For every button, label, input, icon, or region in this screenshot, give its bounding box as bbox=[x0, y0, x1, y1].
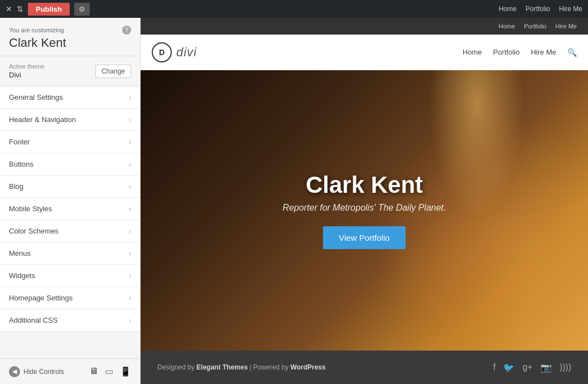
facebook-icon[interactable]: f bbox=[493, 362, 495, 373]
customizing-label: You are customizing ? bbox=[9, 26, 131, 35]
gear-button[interactable]: ⚙ bbox=[74, 3, 90, 16]
chevron-right-icon-6: › bbox=[129, 227, 131, 235]
admin-hireme-link[interactable]: Hire Me bbox=[559, 5, 582, 13]
menu-item-label-5: Mobile Styles bbox=[9, 205, 52, 213]
logo-text: divi bbox=[176, 45, 197, 60]
sidebar-menu-item-5[interactable]: Mobile Styles › bbox=[0, 198, 140, 220]
topbar-hireme-link[interactable]: Hire Me bbox=[555, 23, 577, 30]
site-nav: Home Portfolio Hire Me 🔍 bbox=[462, 48, 577, 57]
topbar-home-link[interactable]: Home bbox=[499, 23, 515, 30]
hide-controls-arrow-icon: ◀ bbox=[9, 366, 20, 377]
theme-info: Active theme Divi bbox=[9, 63, 45, 79]
chevron-right-icon-8: › bbox=[129, 272, 131, 280]
sidebar-menu-item-0[interactable]: General Settings › bbox=[0, 86, 140, 109]
admin-portfolio-link[interactable]: Portfolio bbox=[526, 5, 550, 13]
hero-content: Clark Kent Reporter for Metropolis' The … bbox=[141, 70, 588, 351]
site-home-link[interactable]: Home bbox=[462, 48, 482, 56]
hero-section: Clark Kent Reporter for Metropolis' The … bbox=[141, 70, 588, 351]
chevron-right-icon-0: › bbox=[129, 94, 131, 101]
chevron-right-icon-9: › bbox=[129, 294, 131, 302]
sidebar-menu: General Settings › Header & Navigation ›… bbox=[0, 86, 140, 358]
search-icon[interactable]: 🔍 bbox=[567, 48, 577, 57]
menu-item-label-9: Homepage Settings bbox=[9, 294, 73, 302]
sidebar-menu-item-2[interactable]: Footer › bbox=[0, 131, 140, 153]
site-logo: D divi bbox=[152, 42, 197, 62]
site-topbar: Home Portfolio Hire Me bbox=[141, 18, 588, 35]
elegant-themes-link[interactable]: Elegant Themes bbox=[196, 363, 248, 371]
menu-item-label-8: Widgets bbox=[9, 271, 35, 280]
hide-controls[interactable]: ◀ Hide Controls bbox=[9, 366, 64, 377]
sidebar-menu-item-4[interactable]: Blog › bbox=[0, 176, 140, 198]
change-theme-button[interactable]: Change bbox=[95, 65, 131, 78]
sidebar-menu-item-6[interactable]: Color Schemes › bbox=[0, 220, 140, 242]
rss-icon[interactable]: )))) bbox=[560, 362, 571, 373]
preview-controls: 🖥 ▭ 📱 bbox=[89, 366, 131, 377]
help-icon[interactable]: ? bbox=[122, 26, 131, 35]
chevron-right-icon-1: › bbox=[129, 116, 131, 124]
menu-item-label-7: Menus bbox=[9, 249, 31, 257]
admin-home-link[interactable]: Home bbox=[499, 5, 517, 13]
admin-bar-left: ✕ ⇅ Publish ⚙ bbox=[6, 3, 90, 16]
menu-item-label-10: Additional CSS bbox=[9, 316, 57, 324]
chevron-right-icon-3: › bbox=[129, 161, 131, 168]
twitter-icon[interactable]: 🐦 bbox=[503, 362, 514, 373]
chevron-right-icon-10: › bbox=[129, 317, 131, 324]
preview-area: Home Portfolio Hire Me D divi Home Portf… bbox=[141, 18, 588, 384]
footer-social: f 🐦 g+ 📷 )))) bbox=[493, 362, 571, 373]
sidebar-menu-item-8[interactable]: Widgets › bbox=[0, 265, 140, 287]
menu-item-label-0: General Settings bbox=[9, 93, 63, 101]
sidebar-menu-item-1[interactable]: Header & Navigation › bbox=[0, 109, 140, 131]
site-portfolio-link[interactable]: Portfolio bbox=[493, 48, 520, 56]
logo-circle: D bbox=[152, 42, 172, 62]
menu-item-label-6: Color Schemes bbox=[9, 227, 59, 235]
sidebar: You are customizing ? Clark Kent Active … bbox=[0, 18, 141, 384]
site-name: Clark Kent bbox=[9, 36, 131, 50]
sidebar-menu-item-7[interactable]: Menus › bbox=[0, 242, 140, 265]
sidebar-menu-item-3[interactable]: Buttons › bbox=[0, 153, 140, 176]
view-portfolio-button[interactable]: View Portfolio bbox=[323, 226, 405, 249]
hide-controls-label: Hide Controls bbox=[23, 368, 64, 376]
hero-title: Clark Kent bbox=[306, 172, 423, 198]
menu-item-label-1: Header & Navigation bbox=[9, 115, 76, 124]
tablet-preview-icon[interactable]: ▭ bbox=[105, 366, 113, 377]
close-button[interactable]: ✕ bbox=[6, 4, 12, 13]
menu-item-label-4: Blog bbox=[9, 182, 23, 191]
admin-bar: ✕ ⇅ Publish ⚙ Home Portfolio Hire Me bbox=[0, 0, 588, 18]
desktop-preview-icon[interactable]: 🖥 bbox=[89, 366, 98, 377]
mobile-preview-icon[interactable]: 📱 bbox=[120, 366, 131, 377]
chevron-right-icon-4: › bbox=[129, 183, 131, 191]
menu-item-label-2: Footer bbox=[9, 138, 30, 146]
publish-button[interactable]: Publish bbox=[28, 3, 70, 16]
arrows-button[interactable]: ⇅ bbox=[17, 4, 23, 13]
menu-item-label-3: Buttons bbox=[9, 160, 33, 168]
sidebar-menu-item-10[interactable]: Additional CSS › bbox=[0, 309, 140, 332]
main-layout: You are customizing ? Clark Kent Active … bbox=[0, 18, 588, 384]
site-hireme-link[interactable]: Hire Me bbox=[531, 48, 556, 56]
googleplus-icon[interactable]: g+ bbox=[522, 362, 532, 373]
chevron-right-icon-2: › bbox=[129, 138, 131, 146]
theme-section: Active theme Divi Change bbox=[0, 56, 140, 86]
site-footer: Designed by Elegant Themes | Powered by … bbox=[141, 351, 588, 384]
chevron-right-icon-7: › bbox=[129, 250, 131, 257]
sidebar-menu-item-9[interactable]: Homepage Settings › bbox=[0, 287, 140, 309]
admin-bar-right: Home Portfolio Hire Me bbox=[499, 5, 582, 13]
instagram-icon[interactable]: 📷 bbox=[541, 362, 552, 373]
site-header: D divi Home Portfolio Hire Me 🔍 bbox=[141, 35, 588, 70]
sidebar-header: You are customizing ? Clark Kent bbox=[0, 18, 140, 56]
sidebar-footer: ◀ Hide Controls 🖥 ▭ 📱 bbox=[0, 358, 140, 384]
topbar-portfolio-link[interactable]: Portfolio bbox=[524, 23, 546, 30]
chevron-right-icon-5: › bbox=[129, 205, 131, 213]
wordpress-link[interactable]: WordPress bbox=[291, 363, 326, 371]
footer-credit: Designed by Elegant Themes | Powered by … bbox=[157, 363, 326, 371]
hero-subtitle: Reporter for Metropolis' The Daily Plane… bbox=[283, 203, 446, 213]
